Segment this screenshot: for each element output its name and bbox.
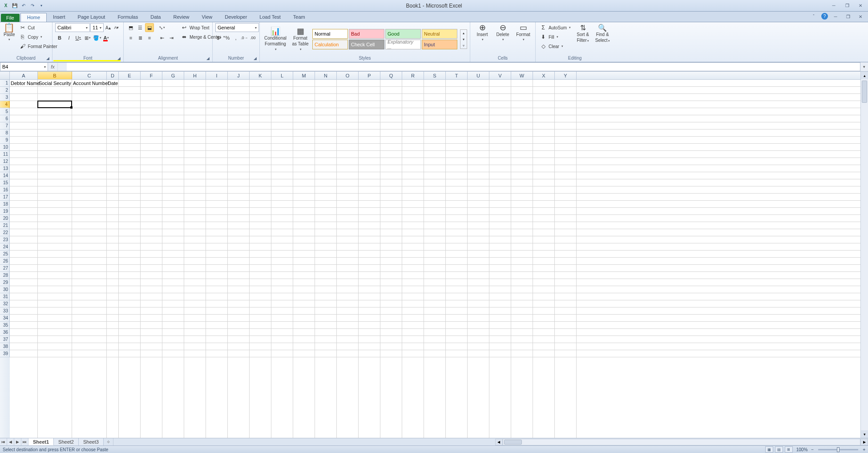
row-header-35[interactable]: 35 bbox=[0, 322, 10, 329]
scroll-right-button[interactable]: ▶ bbox=[860, 439, 868, 445]
vertical-scrollbar[interactable]: ▴ ▾ bbox=[860, 72, 868, 438]
column-header-L[interactable]: L bbox=[271, 72, 293, 79]
alignment-dialog-launcher[interactable]: ◢ bbox=[206, 56, 210, 61]
row-header-33[interactable]: 33 bbox=[0, 307, 10, 315]
column-header-K[interactable]: K bbox=[250, 72, 271, 79]
tab-formulas[interactable]: Formulas bbox=[111, 13, 144, 22]
row-header-11[interactable]: 11 bbox=[0, 151, 10, 158]
clipboard-dialog-launcher[interactable]: ◢ bbox=[46, 56, 49, 61]
zoom-level[interactable]: 100% bbox=[796, 447, 808, 452]
find-select-button[interactable]: 🔍Find &Select▾ bbox=[593, 23, 611, 44]
zoom-out-button[interactable]: − bbox=[811, 447, 814, 452]
comma-format-button[interactable]: , bbox=[232, 33, 240, 42]
styles-row-down-button[interactable]: ▾ bbox=[460, 36, 467, 42]
increase-indent-button[interactable]: ⇥ bbox=[167, 33, 176, 42]
delete-cells-button[interactable]: ⊖Delete▾ bbox=[493, 23, 512, 42]
increase-font-button[interactable]: A▴ bbox=[104, 23, 112, 32]
row-header-18[interactable]: 18 bbox=[0, 201, 10, 208]
number-format-combo[interactable]: General▾ bbox=[215, 23, 259, 32]
sheet-nav-next-button[interactable]: ▶ bbox=[14, 438, 21, 445]
column-header-O[interactable]: O bbox=[337, 72, 359, 79]
column-header-V[interactable]: V bbox=[489, 72, 511, 79]
column-header-C[interactable]: C bbox=[72, 72, 107, 79]
sheet-tab-sheet2[interactable]: Sheet2 bbox=[54, 438, 79, 445]
row-header-16[interactable]: 16 bbox=[0, 186, 10, 194]
tab-load-test[interactable]: Load Test bbox=[253, 13, 287, 22]
column-header-N[interactable]: N bbox=[315, 72, 337, 79]
row-header-5[interactable]: 5 bbox=[0, 108, 10, 115]
row-header-29[interactable]: 29 bbox=[0, 279, 10, 286]
vscroll-thumb[interactable] bbox=[862, 81, 867, 103]
row-header-17[interactable]: 17 bbox=[0, 194, 10, 201]
column-header-H[interactable]: H bbox=[184, 72, 206, 79]
font-color-button[interactable]: A▾ bbox=[102, 33, 111, 42]
cell-style-check-cell[interactable]: Check Cell bbox=[349, 40, 384, 49]
scroll-down-button[interactable]: ▾ bbox=[861, 430, 868, 438]
align-left-button[interactable]: ≡ bbox=[126, 33, 135, 42]
decrease-decimal-button[interactable]: .00 bbox=[249, 33, 257, 42]
normal-view-button[interactable]: ▦ bbox=[765, 446, 773, 453]
tab-page-layout[interactable]: Page Layout bbox=[72, 13, 112, 22]
column-header-P[interactable]: P bbox=[359, 72, 380, 79]
cell-D1[interactable]: Date bbox=[107, 80, 119, 87]
workbook-restore-button[interactable]: ❐ bbox=[843, 13, 853, 20]
cell-styles-gallery[interactable]: NormalBadGoodNeutralCalculationCheck Cel… bbox=[312, 29, 457, 49]
row-header-39[interactable]: 39 bbox=[0, 350, 10, 357]
expand-formula-bar-button[interactable]: ▾ bbox=[860, 62, 868, 71]
zoom-in-button[interactable]: + bbox=[863, 447, 865, 452]
row-header-37[interactable]: 37 bbox=[0, 336, 10, 343]
column-header-D[interactable]: D bbox=[107, 72, 119, 79]
row-header-10[interactable]: 10 bbox=[0, 144, 10, 151]
column-header-U[interactable]: U bbox=[468, 72, 489, 79]
name-box[interactable]: B4▾ bbox=[0, 62, 48, 71]
align-bottom-button[interactable]: ⬓ bbox=[145, 23, 154, 32]
column-header-R[interactable]: R bbox=[402, 72, 424, 79]
row-header-22[interactable]: 22 bbox=[0, 229, 10, 236]
number-dialog-launcher[interactable]: ◢ bbox=[254, 56, 257, 61]
workbook-minimize-button[interactable]: ─ bbox=[831, 13, 840, 20]
row-header-31[interactable]: 31 bbox=[0, 293, 10, 300]
column-header-Q[interactable]: Q bbox=[380, 72, 402, 79]
column-header-E[interactable]: E bbox=[119, 72, 141, 79]
help-icon[interactable]: ? bbox=[821, 13, 828, 20]
cell-style-input[interactable]: Input bbox=[422, 40, 457, 49]
font-dialog-launcher[interactable]: ◢ bbox=[117, 56, 121, 61]
tab-view[interactable]: View bbox=[196, 13, 219, 22]
scroll-up-button[interactable]: ▴ bbox=[861, 72, 868, 79]
row-header-12[interactable]: 12 bbox=[0, 158, 10, 165]
scroll-left-button[interactable]: ◀ bbox=[495, 439, 503, 445]
increase-decimal-button[interactable]: .0→ bbox=[240, 33, 249, 42]
row-header-38[interactable]: 38 bbox=[0, 343, 10, 350]
column-header-G[interactable]: G bbox=[162, 72, 184, 79]
insert-cells-button[interactable]: ⊕Insert▾ bbox=[473, 23, 492, 42]
row-header-21[interactable]: 21 bbox=[0, 222, 10, 229]
fx-button[interactable]: fx bbox=[48, 63, 58, 71]
column-header-T[interactable]: T bbox=[446, 72, 468, 79]
row-header-23[interactable]: 23 bbox=[0, 236, 10, 243]
column-header-I[interactable]: I bbox=[206, 72, 228, 79]
formula-input[interactable] bbox=[67, 62, 860, 71]
close-button[interactable]: ✕ bbox=[856, 2, 865, 9]
column-header-J[interactable]: J bbox=[228, 72, 250, 79]
column-header-S[interactable]: S bbox=[424, 72, 446, 79]
sort-filter-button[interactable]: ⇅Sort &Filter▾ bbox=[574, 23, 592, 44]
cell-style-good[interactable]: Good bbox=[385, 29, 421, 39]
styles-more-button[interactable]: ▿ bbox=[460, 42, 467, 49]
row-header-28[interactable]: 28 bbox=[0, 272, 10, 279]
undo-button[interactable]: ↶ bbox=[20, 2, 28, 10]
row-header-15[interactable]: 15 bbox=[0, 179, 10, 186]
row-header-26[interactable]: 26 bbox=[0, 258, 10, 265]
redo-button[interactable]: ↷ bbox=[28, 2, 36, 10]
row-header-13[interactable]: 13 bbox=[0, 165, 10, 172]
row-header-14[interactable]: 14 bbox=[0, 172, 10, 179]
row-header-25[interactable]: 25 bbox=[0, 251, 10, 258]
align-middle-button[interactable]: ☰ bbox=[136, 23, 145, 32]
qat-customize-icon[interactable]: ▾ bbox=[37, 2, 45, 10]
row-header-19[interactable]: 19 bbox=[0, 208, 10, 215]
save-button[interactable]: 💾 bbox=[11, 2, 19, 10]
excel-icon[interactable]: X bbox=[2, 2, 10, 10]
row-header-4[interactable]: 4 bbox=[0, 101, 10, 108]
row-header-32[interactable]: 32 bbox=[0, 300, 10, 307]
tab-insert[interactable]: Insert bbox=[47, 13, 72, 22]
row-header-2[interactable]: 2 bbox=[0, 87, 10, 94]
